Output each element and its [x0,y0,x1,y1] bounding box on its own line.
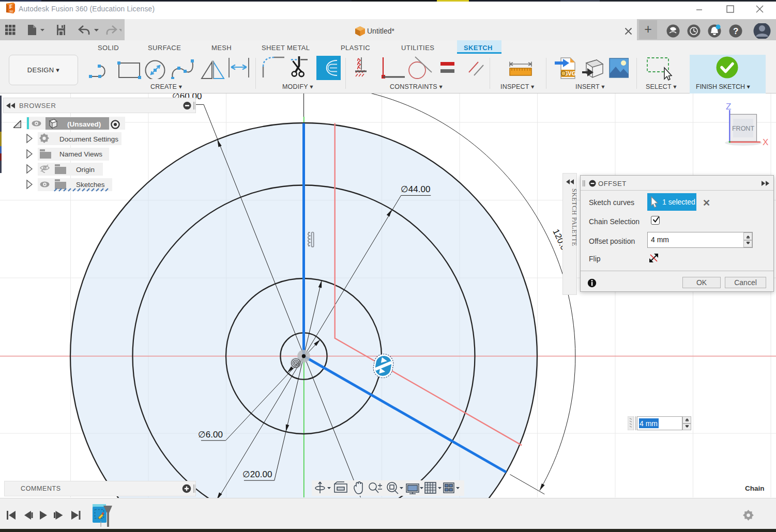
svg-text:F: F [9,4,12,10]
svg-text:?: ? [733,26,738,36]
svg-text:∅6.00: ∅6.00 [198,430,223,440]
svg-text:360: 360 [9,10,13,13]
svg-text:∅44.00: ∅44.00 [401,184,430,194]
svg-text:Z: Z [726,102,731,112]
svg-text:FRONT: FRONT [732,125,754,132]
svg-text:X: X [763,137,768,147]
svg-text:SKETCH PALETTE: SKETCH PALETTE [571,189,577,246]
svg-text:∅20.00: ∅20.00 [242,470,272,479]
